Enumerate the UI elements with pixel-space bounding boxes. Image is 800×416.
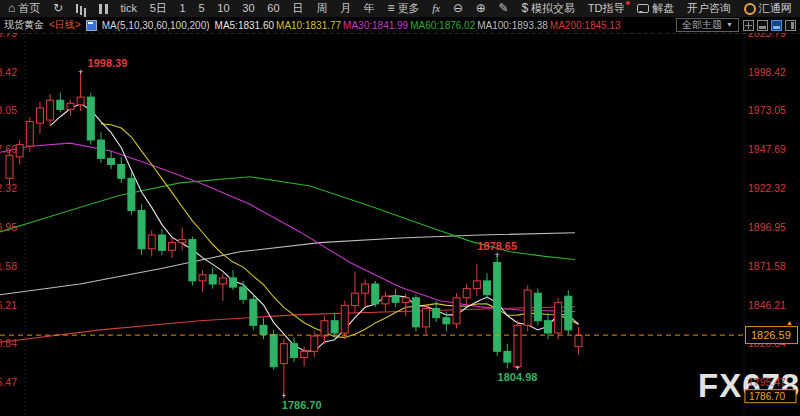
home-button[interactable]: ⌂首页 — [8, 0, 40, 17]
symbol-name: 现货黄金 — [4, 18, 44, 32]
ma-line-ma200 — [0, 307, 575, 342]
chart-layout-right-icon[interactable] — [785, 20, 796, 31]
zoom-in-icon: ⊕ — [476, 0, 486, 17]
ma-value-ma200: MA200:1845.13 — [550, 20, 621, 31]
sim-trading-button[interactable]: $模拟交易 — [521, 0, 575, 17]
svg-text:1947.69: 1947.69 — [0, 143, 17, 155]
fx678-site-icon — [744, 3, 756, 15]
period-30m-button-label: 30 — [242, 0, 254, 17]
account-open-button-label: 开户咨询 — [687, 0, 731, 17]
td-guide-button[interactable]: TD指导 — [588, 0, 625, 17]
jiepan-button[interactable]: 解盘 — [637, 0, 674, 17]
td-guide-button-label: TD指导 — [588, 0, 625, 17]
tick-button[interactable]: tick — [120, 0, 137, 17]
fx678-site-button-label: 汇通网 — [759, 0, 792, 17]
chart-type-candle-icon — [99, 4, 108, 14]
period-week-button[interactable]: 周 — [316, 0, 327, 17]
chart-layout-active-icon[interactable] — [771, 20, 782, 31]
more-button[interactable]: ≡更多 — [387, 0, 419, 17]
ma-value-ma30: MA30:1841.99 — [343, 20, 408, 31]
trading-app-window: { "toolbar": { "items": [ {"name":"home-… — [0, 0, 800, 416]
chart-type-bar-button[interactable] — [76, 4, 86, 13]
theme-selector[interactable]: 全部主题 ▼ — [676, 18, 739, 32]
chart-layout-bottom-icon[interactable] — [757, 20, 768, 31]
price-annotation: 1878.65 — [477, 240, 517, 252]
kline-chart-canvas: FX6782023.792023.791998.421998.421973.05… — [0, 0, 800, 416]
price-annotation: 1786.70 — [282, 399, 322, 411]
svg-text:1826.59: 1826.59 — [751, 329, 791, 341]
svg-text:1896.95: 1896.95 — [748, 221, 786, 233]
more-button-label: 更多 — [397, 0, 419, 17]
chart-type-candle-button[interactable] — [99, 4, 108, 14]
period-10m-button[interactable]: 10 — [217, 0, 229, 17]
period-year-button[interactable]: 年 — [364, 0, 375, 17]
jiepan-button-label: 解盘 — [652, 0, 674, 17]
zoom-out-button[interactable]: ⊖ — [453, 0, 463, 17]
ma-value-ma100: MA100:1893.38 — [477, 20, 548, 31]
svg-text:1947.69: 1947.69 — [748, 143, 786, 155]
svg-text:+: + — [78, 67, 83, 77]
toolbar-main: ⌂首页↻tick5日15103060日周月年≡更多fx⊖⊕✎$模拟交易TD指导解… — [0, 0, 800, 17]
svg-text:1998.42: 1998.42 — [748, 66, 786, 78]
refresh-icon-icon: ↻ — [53, 0, 63, 17]
chart-layout-grid-icon[interactable] — [743, 20, 754, 31]
period-60m-button-label: 60 — [267, 0, 279, 17]
zoom-out-icon: ⊖ — [453, 0, 463, 17]
layout-icon-group — [743, 20, 796, 31]
period-5d-button[interactable]: 5日 — [150, 0, 167, 17]
ma-value-ma10: MA10:1831.77 — [276, 20, 341, 31]
period-day-button[interactable]: 日 — [292, 0, 303, 17]
period-5d-button-label: 5日 — [150, 0, 167, 17]
kline-chart[interactable]: FX6782023.792023.791998.421998.421973.05… — [0, 0, 800, 416]
jiepan-icon — [637, 4, 649, 13]
svg-text:1973.05: 1973.05 — [748, 104, 786, 116]
svg-text:1846.21: 1846.21 — [748, 299, 786, 311]
period-5m-button[interactable]: 5 — [198, 0, 204, 17]
refresh-icon[interactable]: ↻ — [53, 0, 63, 17]
zoom-in-button[interactable]: ⊕ — [476, 0, 486, 17]
period-30m-button[interactable]: 30 — [242, 0, 254, 17]
svg-text:1922.32: 1922.32 — [0, 182, 17, 194]
period-60m-button[interactable]: 60 — [267, 0, 279, 17]
period-10m-button-label: 10 — [217, 0, 229, 17]
sim-trading-button-label: 模拟交易 — [531, 0, 575, 17]
svg-text:1820.84: 1820.84 — [0, 337, 17, 349]
more-icon: ≡ — [387, 0, 394, 17]
fx-indicator-button[interactable]: fx — [432, 0, 440, 17]
price-annotation: 1804.98 — [498, 371, 538, 383]
svg-text:1922.32: 1922.32 — [748, 182, 786, 194]
ma-value-ma5: MA5:1831.60 — [215, 20, 275, 31]
ma-value-ma60: MA60:1876.02 — [410, 20, 475, 31]
period-1m-button[interactable]: 1 — [180, 0, 186, 17]
period-month-button[interactable]: 月 — [340, 0, 351, 17]
period-month-button-label: 月 — [340, 0, 351, 17]
svg-text:1871.58: 1871.58 — [748, 260, 786, 272]
svg-text:▲: ▲ — [786, 319, 793, 326]
draw-icon: ✎ — [499, 0, 509, 17]
low-axis-marker: 1786.70 — [749, 391, 786, 402]
home-button-label: 首页 — [18, 0, 40, 17]
symbol-bar: 现货黄金 <日线> MA(5,10,30,60,100,200) MA5:183… — [0, 17, 800, 33]
account-open-button[interactable]: 开户咨询 — [687, 0, 731, 17]
period-1m-button-label: 1 — [180, 0, 186, 17]
price-annotation: 1998.39 — [88, 57, 128, 69]
tick-button-label: tick — [120, 0, 137, 17]
fx-indicator-button-label: fx — [432, 0, 440, 17]
svg-text:1795.47: 1795.47 — [0, 376, 17, 388]
chart-type-bar-icon — [76, 4, 78, 13]
period-day-button-label: 日 — [292, 0, 303, 17]
sim-trading-icon: $ — [521, 0, 528, 17]
svg-text:1896.95: 1896.95 — [0, 221, 17, 233]
kline-settings-icon[interactable] — [86, 20, 97, 31]
svg-text:1973.05: 1973.05 — [0, 104, 17, 116]
svg-text:1871.58: 1871.58 — [0, 260, 17, 272]
svg-text:1795.47: 1795.47 — [748, 376, 786, 388]
fx678-site-button[interactable]: 汇通网 — [744, 0, 792, 17]
period-year-button-label: 年 — [364, 0, 375, 17]
period-week-button-label: 周 — [316, 0, 327, 17]
chevron-down-icon: ▼ — [726, 19, 733, 31]
ma-indicator-title: MA(5,10,30,60,100,200) — [102, 20, 210, 31]
draw-button[interactable]: ✎ — [499, 0, 509, 17]
period-5m-button-label: 5 — [198, 0, 204, 17]
home-icon: ⌂ — [8, 0, 15, 17]
